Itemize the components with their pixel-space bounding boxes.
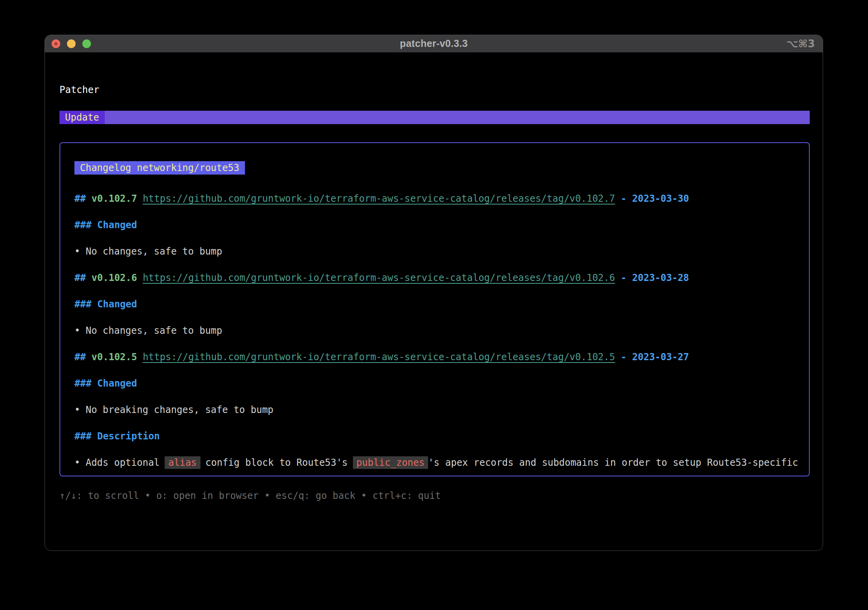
bullet-item: •No breaking changes, safe to bump <box>74 403 797 417</box>
release-heading: ## v0.102.7 https://github.com/gruntwork… <box>74 192 797 205</box>
release-heading: ## v0.102.6 https://github.com/gruntwork… <box>74 271 797 285</box>
changelog-viewport[interactable]: Changelog networking/route53 ## v0.102.7… <box>59 142 810 476</box>
dash: - <box>621 193 626 204</box>
bullet-item-description: •Adds optionalaliasconfig block to Route… <box>74 456 797 469</box>
inline-code: public_zones <box>353 456 428 469</box>
close-button[interactable] <box>52 39 60 48</box>
changelog-badge: Changelog networking/route53 <box>74 161 245 175</box>
window-shortcut-badge: ⌥⌘3 <box>786 35 815 52</box>
release-date: 2023-03-28 <box>632 272 689 283</box>
release-version: v0.102.7 <box>91 193 137 204</box>
release-link[interactable]: https://github.com/gruntwork-io/terrafor… <box>143 351 615 363</box>
release-date: 2023-03-27 <box>632 351 689 363</box>
bullet-item: •No changes, safe to bump <box>74 324 797 337</box>
h2-hashes: ## <box>74 193 86 204</box>
release-link[interactable]: https://github.com/gruntwork-io/terrafor… <box>143 272 615 283</box>
release-date: 2023-03-30 <box>632 193 689 204</box>
release-heading: ## v0.102.5 https://github.com/gruntwork… <box>74 350 797 364</box>
app-window: patcher-v0.3.3 ⌥⌘3 Patcher Update Change… <box>45 35 823 551</box>
section-heading-description: ### Description <box>74 430 797 443</box>
section-heading: ### Changed <box>74 377 797 390</box>
bullet-icon: • <box>74 325 80 336</box>
tab-bar: Update <box>59 111 810 124</box>
dash: - <box>621 351 626 363</box>
h2-hashes: ## <box>74 351 86 363</box>
bullet-icon: • <box>74 246 80 257</box>
terminal-content: Patcher Update Changelog networking/rout… <box>45 52 823 502</box>
bullet-icon: • <box>74 404 80 415</box>
release-link[interactable]: https://github.com/gruntwork-io/terrafor… <box>143 193 615 204</box>
section-heading: ### Changed <box>74 218 797 232</box>
dash: - <box>621 272 626 283</box>
window-titlebar[interactable]: patcher-v0.3.3 ⌥⌘3 <box>45 35 823 52</box>
bullet-item: •No changes, safe to bump <box>74 245 797 258</box>
tab-update[interactable]: Update <box>59 111 105 124</box>
release-version: v0.102.6 <box>91 272 137 283</box>
minimize-button[interactable] <box>67 39 76 48</box>
traffic-lights <box>52 35 91 52</box>
bullet-icon: • <box>74 457 80 468</box>
window-title: patcher-v0.3.3 <box>400 38 467 49</box>
page-title: Patcher <box>59 83 808 97</box>
inline-code: alias <box>165 456 200 469</box>
section-heading: ### Changed <box>74 298 797 311</box>
h2-hashes: ## <box>74 272 86 283</box>
help-bar: ↑/↓: to scroll • o: open in browser • es… <box>59 489 808 502</box>
zoom-button[interactable] <box>82 39 91 48</box>
release-version: v0.102.5 <box>91 351 137 363</box>
